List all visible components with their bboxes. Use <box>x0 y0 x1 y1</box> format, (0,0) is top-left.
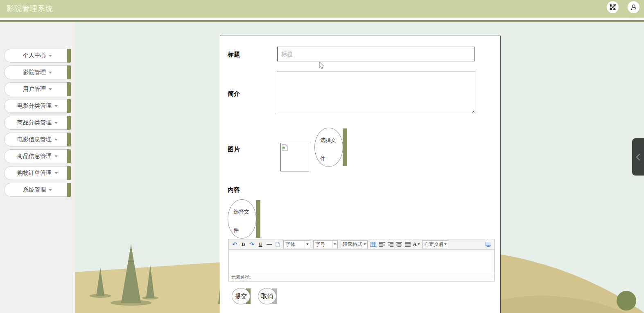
sidebar-item-user-management[interactable]: 用户管理 <box>4 82 71 96</box>
sidebar-item-label: 电影信息管理 <box>17 136 52 143</box>
document-icon <box>276 242 280 247</box>
chevron-down-icon <box>305 241 310 248</box>
right-panel-toggle[interactable] <box>632 138 644 176</box>
sidebar-item-label: 用户管理 <box>23 86 46 93</box>
editor-content-area[interactable] <box>229 250 494 273</box>
sidebar-item-label: 商品信息管理 <box>17 153 52 160</box>
chevron-down-icon <box>49 55 52 57</box>
sidebar-item-label: 系统管理 <box>23 186 46 194</box>
item-accent-bar <box>67 149 71 163</box>
chevron-down-icon <box>443 241 448 248</box>
sidebar-item-movie-category-management[interactable]: 电影分类管理 <box>4 99 71 113</box>
image-file-button[interactable]: 选择文件 <box>314 128 347 167</box>
insert-table-button[interactable] <box>370 241 377 248</box>
align-justify-icon <box>405 242 411 247</box>
sidebar-item-product-category-management[interactable]: 商品分类管理 <box>4 116 71 130</box>
content-file-button[interactable]: 选择文件 <box>228 199 260 239</box>
align-center-icon <box>396 242 402 247</box>
chevron-down-icon <box>54 105 58 107</box>
user-profile-button[interactable] <box>628 1 639 13</box>
font-size-dropdown-label: 字号 <box>314 241 332 248</box>
sidebar-item-label: 电影分类管理 <box>17 102 52 110</box>
fullscreen-editor-button[interactable] <box>485 241 492 248</box>
align-left-icon <box>379 242 385 247</box>
undo-icon[interactable]: ↶ <box>231 241 238 248</box>
chevron-down-icon <box>49 189 52 191</box>
chevron-down-icon <box>54 172 58 174</box>
sidebar-item-label: 购物订单管理 <box>17 169 52 177</box>
item-accent-bar <box>67 65 71 79</box>
item-accent-bar <box>67 99 71 113</box>
sidebar-item-label: 个人中心 <box>23 52 46 59</box>
editor-toolbar: ↶ B ↷ U 字体 字号 <box>229 239 494 250</box>
broken-image-icon <box>282 144 288 151</box>
file-button-accent-bar <box>256 200 260 238</box>
sidebar-item-product-info-management[interactable]: 商品信息管理 <box>4 149 71 163</box>
item-accent-bar <box>67 82 71 96</box>
align-right-button[interactable] <box>387 241 394 248</box>
image-preview <box>280 143 309 171</box>
redo-icon[interactable]: ↷ <box>248 241 255 248</box>
sidebar-item-movie-info-management[interactable]: 电影信息管理 <box>4 133 71 146</box>
chevron-down-icon <box>49 88 52 90</box>
app-title: 影院管理系统 <box>7 4 53 14</box>
image-field-label: 图片 <box>228 146 240 153</box>
user-icon <box>630 4 637 11</box>
custom-style-dropdown-label: 自定义标题 <box>423 241 443 248</box>
bold-button[interactable]: B <box>240 241 247 248</box>
item-accent-bar <box>67 183 71 197</box>
intro-field-label: 简介 <box>228 90 240 98</box>
title-field-label: 标题 <box>228 51 240 59</box>
paste-plain-button[interactable] <box>274 241 281 248</box>
item-accent-bar <box>67 166 71 180</box>
align-right-icon <box>388 242 393 247</box>
sidebar-item-shopping-order-management[interactable]: 购物订单管理 <box>4 166 71 180</box>
font-family-dropdown[interactable]: 字体 <box>283 240 310 248</box>
intro-textarea[interactable] <box>277 72 475 114</box>
font-family-dropdown-label: 字体 <box>284 241 305 248</box>
chevron-down-icon <box>49 72 52 74</box>
richtext-editor: ↶ B ↷ U 字体 字号 <box>228 239 495 281</box>
horizontal-rule-button[interactable] <box>265 241 273 248</box>
chevron-down-icon <box>362 241 367 248</box>
align-left-button[interactable] <box>378 241 386 248</box>
content-field-label: 内容 <box>228 186 240 194</box>
custom-style-dropdown[interactable]: 自定义标题 <box>422 240 448 248</box>
font-color-button[interactable]: A <box>413 241 420 248</box>
chevron-down-icon <box>332 241 337 248</box>
chevron-down-icon <box>54 122 58 124</box>
chevron-down-icon <box>418 243 420 245</box>
chevron-down-icon <box>54 139 58 141</box>
paragraph-format-dropdown[interactable]: 段落格式 <box>341 240 368 248</box>
cancel-button[interactable]: 取消 <box>258 288 278 305</box>
sidebar-item-system-management[interactable]: 系统管理 <box>4 183 71 197</box>
item-accent-bar <box>67 133 71 146</box>
sidebar-item-label: 商品分类管理 <box>17 119 52 126</box>
monitor-icon <box>486 242 491 247</box>
sidebar-item-label: 影院管理 <box>23 69 46 76</box>
font-color-label: A <box>413 241 416 248</box>
fullscreen-icon <box>609 4 616 11</box>
file-button-label: 选择文件 <box>320 131 338 168</box>
fullscreen-button[interactable] <box>607 1 619 13</box>
font-size-dropdown[interactable]: 字号 <box>313 240 338 248</box>
chevron-down-icon <box>54 155 58 158</box>
form-panel: 标题 简介 图片 选择文件 内容 选择文件 ↶ B <box>220 36 501 313</box>
main-content-area: 标题 简介 图片 选择文件 内容 选择文件 ↶ B <box>75 22 644 313</box>
editor-status-bar: 元素路径: <box>229 273 494 281</box>
align-justify-button[interactable] <box>404 241 411 248</box>
item-accent-bar <box>67 116 71 130</box>
chevron-left-icon <box>635 152 642 162</box>
sidebar: 个人中心 影院管理 用户管理 电影分类管理 商品分类管理 电影信息管理 商品信息… <box>0 22 75 313</box>
item-accent-bar <box>67 49 71 63</box>
sidebar-item-cinema-management[interactable]: 影院管理 <box>4 65 71 79</box>
submit-button[interactable]: 提交 <box>232 288 251 305</box>
topbar: 影院管理系统 <box>0 0 644 18</box>
file-button-label: 选择文件 <box>233 203 251 239</box>
paragraph-format-dropdown-label: 段落格式 <box>341 241 362 248</box>
title-input[interactable] <box>277 47 475 61</box>
underline-button[interactable]: U <box>257 241 264 248</box>
sidebar-item-personal-center[interactable]: 个人中心 <box>4 49 71 63</box>
align-center-button[interactable] <box>395 241 403 248</box>
table-icon <box>371 242 376 247</box>
